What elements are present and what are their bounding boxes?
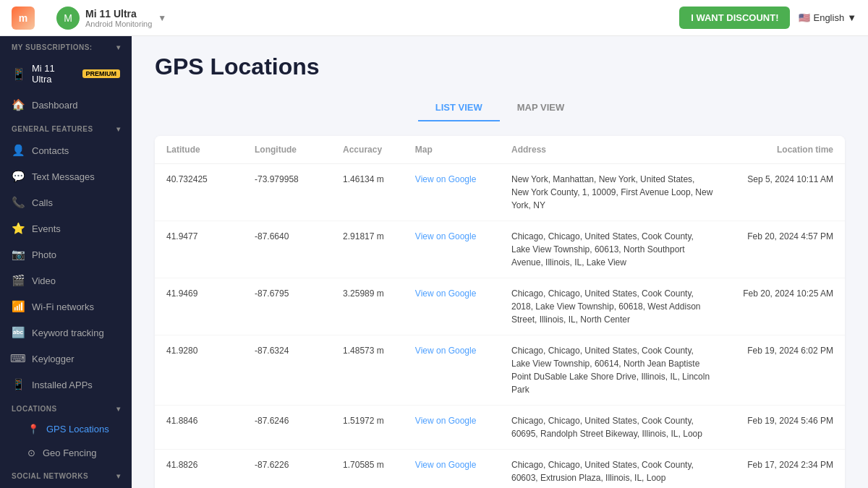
cell-accuracy-5: 1.70585 m — [331, 450, 404, 489]
tab-list-view[interactable]: LIST VIEW — [418, 95, 500, 121]
tab-map-view[interactable]: MAP VIEW — [500, 95, 582, 121]
keyword-icon: 🔤 — [12, 326, 25, 339]
dashboard-label: Dashboard — [32, 100, 78, 111]
cell-address-2: Chicago, Chicago, United States, Cook Co… — [500, 278, 725, 335]
map-link-3[interactable]: View on Google — [415, 346, 477, 356]
sidebar-item-installed-apps[interactable]: 📱 Installed APPs — [0, 372, 132, 398]
language-arrow-icon: ▼ — [847, 12, 856, 23]
photo-icon: 📷 — [12, 248, 25, 261]
cell-time-0: Sep 5, 2024 10:11 AM — [725, 164, 845, 221]
events-label: Events — [32, 223, 61, 234]
cell-time-4: Feb 19, 2024 5:46 PM — [725, 406, 845, 450]
sidebar-item-text-messages[interactable]: 💬 Text Messages — [0, 163, 132, 189]
language-label: English — [813, 12, 844, 23]
geo-fencing-label: Geo Fencing — [43, 448, 96, 458]
table-row: 41.9469 -87.6795 3.25989 m View on Googl… — [155, 278, 845, 335]
main-content: GPS Locations LIST VIEW MAP VIEW Latitud… — [132, 36, 868, 488]
cell-latitude-3: 41.9280 — [155, 335, 243, 406]
general-features-collapse-icon: ▾ — [116, 125, 121, 133]
social-networks-label: SOCIAL NETWORKS — [12, 472, 88, 480]
general-features-label: GENERAL FEATURES — [12, 125, 93, 133]
topbar-left: m M Mi 11 Ultra Android Monitoring ▼ — [12, 7, 166, 30]
cell-longitude-0: -73.979958 — [243, 164, 331, 221]
cell-latitude-5: 41.8826 — [155, 450, 243, 489]
page-title: GPS Locations — [155, 53, 845, 80]
cell-latitude-2: 41.9469 — [155, 278, 243, 335]
wifi-icon: 📶 — [12, 300, 25, 313]
cell-map-5[interactable]: View on Google — [404, 450, 500, 489]
cell-time-5: Feb 17, 2024 2:34 PM — [725, 450, 845, 489]
social-networks-collapse-icon: ▾ — [116, 472, 121, 480]
general-features-header[interactable]: GENERAL FEATURES ▾ — [0, 118, 132, 137]
device-dropdown-arrow[interactable]: ▼ — [158, 13, 166, 23]
cell-map-2[interactable]: View on Google — [404, 278, 500, 335]
device-icon: 📱 — [12, 67, 26, 81]
gps-locations-label: GPS Locations — [46, 424, 109, 435]
table-row: 41.8846 -87.6246 1.51972 m View on Googl… — [155, 406, 845, 450]
sidebar-item-contacts[interactable]: 👤 Contacts — [0, 137, 132, 163]
logo: m — [12, 7, 35, 30]
subscriptions-collapse-icon: ▾ — [116, 43, 121, 51]
contacts-icon: 👤 — [12, 144, 25, 157]
sidebar-item-whatsapp[interactable]: 💬 WhatsApp — [0, 484, 132, 488]
cell-longitude-1: -87.6640 — [243, 221, 331, 278]
video-icon: 🎬 — [12, 274, 25, 287]
cell-accuracy-2: 3.25989 m — [331, 278, 404, 335]
cell-longitude-5: -87.6226 — [243, 450, 331, 489]
language-selector[interactable]: 🇺🇸 English ▼ — [799, 12, 856, 23]
cell-address-3: Chicago, Chicago, United States, Cook Co… — [500, 335, 725, 406]
sidebar-item-gps-locations[interactable]: 📍 GPS Locations — [0, 417, 132, 441]
map-link-0[interactable]: View on Google — [415, 174, 477, 184]
flag-icon: 🇺🇸 — [799, 12, 810, 23]
cell-time-1: Feb 20, 2024 4:57 PM — [725, 221, 845, 278]
sidebar-device[interactable]: 📱 Mi 11 Ultra PREMIUM — [0, 56, 132, 92]
cell-map-4[interactable]: View on Google — [404, 406, 500, 450]
sidebar-item-calls[interactable]: 📞 Calls — [0, 189, 132, 215]
device-sub: Android Monitoring — [85, 20, 152, 28]
cell-map-0[interactable]: View on Google — [404, 164, 500, 221]
cell-longitude-2: -87.6795 — [243, 278, 331, 335]
cell-longitude-3: -87.6324 — [243, 335, 331, 406]
locations-collapse-icon: ▾ — [116, 405, 121, 413]
locations-label: LOCATIONS — [12, 405, 57, 413]
my-subscriptions-header[interactable]: MY SUBSCRIPTIONS: ▾ — [0, 36, 132, 56]
locations-header[interactable]: LOCATIONS ▾ — [0, 398, 132, 417]
cell-address-4: Chicago, Chicago, United States, Cook Co… — [500, 406, 725, 450]
cell-map-3[interactable]: View on Google — [404, 335, 500, 406]
text-messages-label: Text Messages — [32, 171, 95, 182]
device-name: Mi 11 Ultra — [85, 8, 152, 20]
sidebar-item-dashboard[interactable]: 🏠 Dashboard — [0, 92, 132, 118]
sidebar-item-events[interactable]: ⭐ Events — [0, 215, 132, 241]
photo-label: Photo — [32, 249, 56, 260]
keyword-label: Keyword tracking — [32, 328, 104, 338]
table-row: 41.9280 -87.6324 1.48573 m View on Googl… — [155, 335, 845, 406]
discount-button[interactable]: I WANT DISCOUNT! — [679, 7, 790, 29]
col-header-map: Map — [404, 136, 500, 164]
map-link-5[interactable]: View on Google — [415, 460, 477, 470]
map-link-2[interactable]: View on Google — [415, 288, 477, 299]
installed-apps-label: Installed APPs — [32, 380, 93, 390]
sidebar: MY SUBSCRIPTIONS: ▾ 📱 Mi 11 Ultra PREMIU… — [0, 36, 132, 488]
sidebar-item-photo[interactable]: 📷 Photo — [0, 241, 132, 267]
sidebar-item-video[interactable]: 🎬 Video — [0, 267, 132, 294]
sidebar-item-wifi[interactable]: 📶 Wi-Fi networks — [0, 294, 132, 320]
dashboard-icon: 🏠 — [12, 98, 25, 111]
social-networks-header[interactable]: SOCIAL NETWORKS ▾ — [0, 465, 132, 484]
col-header-longitude: Longitude — [243, 136, 331, 164]
video-label: Video — [32, 275, 56, 286]
table-header-row: Latitude Longitude Accuracy Map Address … — [155, 136, 845, 164]
sidebar-item-keylogger[interactable]: ⌨ Keylogger — [0, 346, 132, 372]
topbar: m M Mi 11 Ultra Android Monitoring ▼ I W… — [0, 0, 868, 36]
sidebar-device-name: Mi 11 Ultra — [32, 63, 77, 85]
map-link-1[interactable]: View on Google — [415, 231, 477, 241]
table-row: 41.9477 -87.6640 2.91817 m View on Googl… — [155, 221, 845, 278]
sidebar-item-geo-fencing[interactable]: ⊙ Geo Fencing — [0, 441, 132, 465]
cell-time-2: Feb 20, 2024 10:25 AM — [725, 278, 845, 335]
col-header-latitude: Latitude — [155, 136, 243, 164]
map-link-4[interactable]: View on Google — [415, 416, 477, 426]
cell-address-0: New York, Manhattan, New York, United St… — [500, 164, 725, 221]
sidebar-item-keyword[interactable]: 🔤 Keyword tracking — [0, 320, 132, 346]
col-header-accuracy: Accuracy — [331, 136, 404, 164]
cell-map-1[interactable]: View on Google — [404, 221, 500, 278]
topbar-right: I WANT DISCOUNT! 🇺🇸 English ▼ — [679, 7, 856, 29]
